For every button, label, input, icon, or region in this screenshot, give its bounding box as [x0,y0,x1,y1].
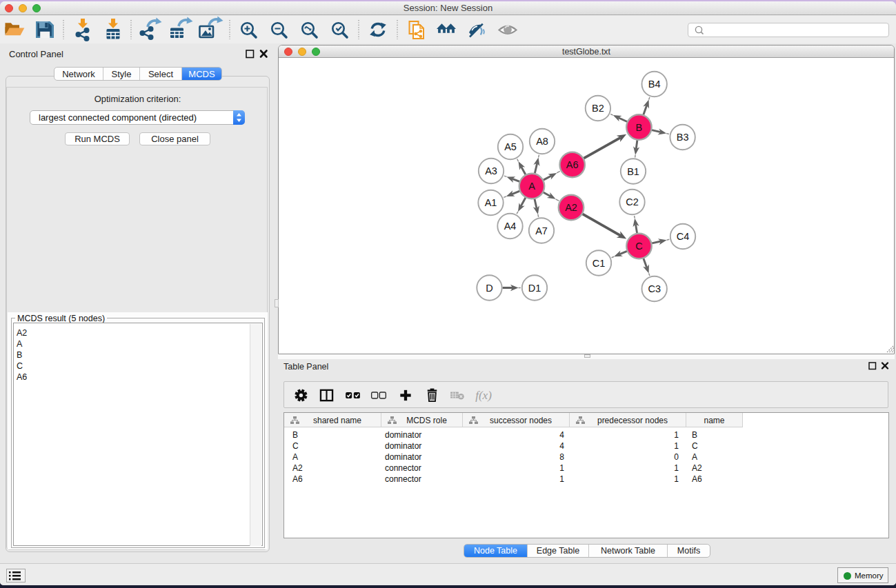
svg-text:f(x): f(x) [475,389,492,402]
